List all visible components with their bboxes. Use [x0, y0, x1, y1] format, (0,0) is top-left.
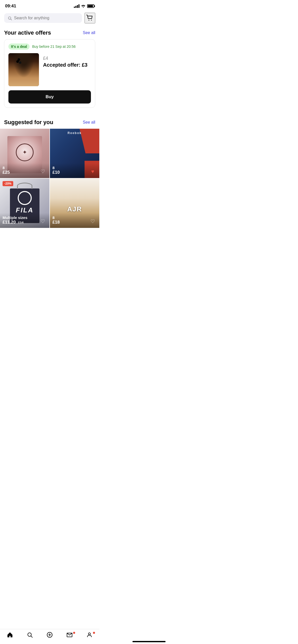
- search-area: [0, 11, 99, 25]
- like-button[interactable]: ♡: [39, 217, 47, 225]
- svg-point-2: [89, 20, 89, 21]
- fila-circle: [18, 191, 32, 205]
- original-price-badge: £14: [18, 221, 24, 224]
- fila-text: FILA: [16, 206, 34, 214]
- deal-header: It's a deal Buy before 21 Sep at 20:56: [8, 43, 91, 50]
- search-icon: [8, 16, 12, 20]
- like-button[interactable]: ♥: [89, 167, 97, 175]
- offer-card: It's a deal Buy before 21 Sep at 20:56 £…: [4, 39, 95, 108]
- list-item[interactable]: FILA -20% Multiple sizes £11.20 £14 ♡: [0, 179, 49, 228]
- cart-button[interactable]: [85, 13, 95, 23]
- heart-empty-icon: ♡: [90, 218, 95, 224]
- status-icons: [74, 4, 94, 8]
- svg-line-1: [11, 19, 12, 20]
- heart-filled-icon: ♥: [91, 169, 94, 174]
- list-item[interactable]: Reebok 8 £10 ♥: [50, 129, 99, 178]
- wifi-icon: [81, 4, 86, 8]
- active-offers-header: Your active offers See all: [0, 25, 99, 39]
- like-button[interactable]: ♡: [39, 167, 47, 175]
- original-price: £4: [43, 56, 91, 61]
- products-grid: 8 £25 ♡ Reebok 8 £10 ♥ F: [0, 129, 99, 228]
- heart-empty-icon: ♡: [40, 168, 45, 174]
- buy-button[interactable]: Buy: [8, 90, 91, 104]
- accepted-offer: Accepted offer: £3: [43, 62, 91, 68]
- shirt-graphic: [16, 143, 34, 161]
- cart-icon: [86, 14, 93, 22]
- deal-badge: It's a deal: [8, 43, 30, 50]
- status-bar: 09:41: [0, 0, 99, 11]
- list-item[interactable]: AJR 8 £18 ♡: [50, 179, 99, 228]
- active-offers-see-all[interactable]: See all: [83, 31, 95, 35]
- air-label: AJR: [67, 205, 82, 213]
- signal-icon: [74, 4, 79, 8]
- search-wrapper[interactable]: [4, 13, 82, 23]
- hanger-icon: [17, 183, 32, 189]
- offer-details: £4 Accepted offer: £3: [43, 53, 91, 68]
- offer-image[interactable]: [8, 53, 39, 86]
- list-item[interactable]: 8 £25 ♡: [0, 129, 49, 178]
- reebok-label: Reebok: [67, 131, 82, 135]
- active-offers-title: Your active offers: [4, 30, 51, 36]
- search-input[interactable]: [14, 16, 78, 20]
- suggested-section: Suggested for you See all 8 £25 ♡ Reebok…: [0, 115, 99, 228]
- suggested-see-all[interactable]: See all: [83, 120, 95, 125]
- battery-icon: [87, 4, 94, 8]
- offer-content: £4 Accepted offer: £3: [8, 53, 91, 86]
- suggested-header: Suggested for you See all: [0, 115, 99, 129]
- suggested-title: Suggested for you: [4, 119, 53, 126]
- hair-photo: [8, 53, 39, 86]
- status-time: 09:41: [5, 4, 16, 9]
- svg-point-3: [91, 20, 92, 21]
- discount-badge: -20%: [3, 181, 13, 186]
- like-button[interactable]: ♡: [89, 217, 97, 225]
- deal-expiry: Buy before 21 Sep at 20:56: [32, 45, 75, 49]
- heart-empty-icon: ♡: [40, 218, 45, 224]
